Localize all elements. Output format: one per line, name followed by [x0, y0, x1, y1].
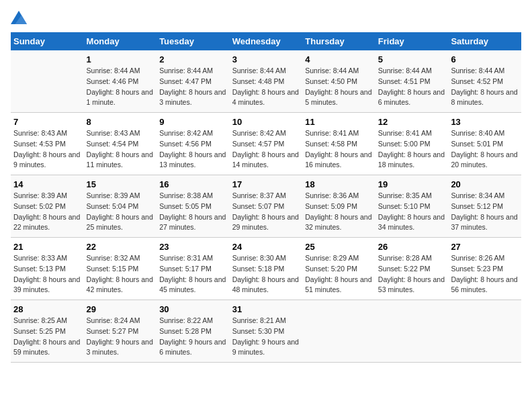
day-cell: 24 Sunrise: 8:30 AMSunset: 5:18 PMDaylig… — [230, 238, 303, 300]
day-cell: 5 Sunrise: 8:44 AMSunset: 4:51 PMDayligh… — [375, 50, 449, 113]
day-cell: 26 Sunrise: 8:28 AMSunset: 5:22 PMDaylig… — [375, 238, 449, 300]
logo-icon — [11, 11, 27, 24]
day-info: Sunrise: 8:40 AMSunset: 5:01 PMDaylight:… — [451, 128, 519, 171]
week-row-5: 28 Sunrise: 8:25 AMSunset: 5:25 PMDaylig… — [11, 300, 521, 363]
day-cell: 25 Sunrise: 8:29 AMSunset: 5:20 PMDaylig… — [302, 238, 375, 300]
day-number: 21 — [13, 242, 81, 252]
day-cell: 11 Sunrise: 8:41 AMSunset: 4:58 PMDaylig… — [302, 113, 375, 175]
day-number: 9 — [159, 117, 227, 127]
day-number: 2 — [159, 54, 227, 64]
day-number: 25 — [305, 242, 373, 252]
day-info: Sunrise: 8:33 AMSunset: 5:13 PMDaylight:… — [13, 253, 81, 295]
day-number: 5 — [378, 54, 446, 64]
weekday-header-row: SundayMondayTuesdayWednesdayThursdayFrid… — [11, 32, 521, 50]
day-info: Sunrise: 8:31 AMSunset: 5:17 PMDaylight:… — [159, 253, 227, 295]
day-number: 22 — [87, 242, 154, 252]
day-cell: 13 Sunrise: 8:40 AMSunset: 5:01 PMDaylig… — [448, 113, 521, 175]
weekday-header-sunday: Sunday — [11, 32, 84, 50]
day-number: 20 — [451, 179, 519, 189]
weekday-header-wednesday: Wednesday — [230, 32, 303, 50]
day-info: Sunrise: 8:34 AMSunset: 5:12 PMDaylight:… — [451, 191, 519, 233]
weekday-header-monday: Monday — [84, 32, 157, 50]
day-number: 29 — [87, 304, 154, 314]
day-cell: 15 Sunrise: 8:39 AMSunset: 5:04 PMDaylig… — [84, 175, 157, 238]
day-cell: 19 Sunrise: 8:35 AMSunset: 5:10 PMDaylig… — [375, 175, 449, 238]
day-info: Sunrise: 8:44 AMSunset: 4:46 PMDaylight:… — [87, 66, 154, 108]
day-info: Sunrise: 8:41 AMSunset: 5:00 PMDaylight:… — [378, 128, 446, 171]
day-cell: 30 Sunrise: 8:22 AMSunset: 5:28 PMDaylig… — [157, 300, 230, 363]
day-number: 15 — [87, 179, 154, 189]
day-number: 17 — [232, 179, 300, 189]
weekday-header-friday: Friday — [375, 32, 449, 50]
day-number: 3 — [232, 54, 300, 64]
weekday-header-tuesday: Tuesday — [157, 32, 230, 50]
day-cell: 12 Sunrise: 8:41 AMSunset: 5:00 PMDaylig… — [375, 113, 449, 175]
day-info: Sunrise: 8:22 AMSunset: 5:28 PMDaylight:… — [159, 316, 227, 358]
day-number: 10 — [232, 117, 300, 127]
day-info: Sunrise: 8:42 AMSunset: 4:57 PMDaylight:… — [232, 128, 300, 171]
day-number: 8 — [87, 117, 154, 127]
day-number: 11 — [305, 117, 373, 127]
day-info: Sunrise: 8:44 AMSunset: 4:47 PMDaylight:… — [159, 66, 227, 108]
day-cell: 18 Sunrise: 8:36 AMSunset: 5:09 PMDaylig… — [302, 175, 375, 238]
day-cell: 31 Sunrise: 8:21 AMSunset: 5:30 PMDaylig… — [230, 300, 303, 363]
day-number: 31 — [232, 304, 300, 314]
day-number: 12 — [378, 117, 446, 127]
day-cell: 14 Sunrise: 8:39 AMSunset: 5:02 PMDaylig… — [11, 175, 84, 238]
day-cell — [11, 50, 84, 113]
day-cell: 28 Sunrise: 8:25 AMSunset: 5:25 PMDaylig… — [11, 300, 84, 363]
day-number: 26 — [378, 242, 446, 252]
day-number: 7 — [13, 117, 81, 127]
day-cell: 20 Sunrise: 8:34 AMSunset: 5:12 PMDaylig… — [448, 175, 521, 238]
day-info: Sunrise: 8:38 AMSunset: 5:05 PMDaylight:… — [159, 191, 227, 233]
week-row-3: 14 Sunrise: 8:39 AMSunset: 5:02 PMDaylig… — [11, 175, 521, 238]
day-cell: 10 Sunrise: 8:42 AMSunset: 4:57 PMDaylig… — [230, 113, 303, 175]
day-info: Sunrise: 8:43 AMSunset: 4:54 PMDaylight:… — [87, 128, 154, 171]
day-info: Sunrise: 8:24 AMSunset: 5:27 PMDaylight:… — [87, 316, 154, 358]
day-info: Sunrise: 8:44 AMSunset: 4:52 PMDaylight:… — [451, 66, 519, 108]
day-cell: 6 Sunrise: 8:44 AMSunset: 4:52 PMDayligh… — [448, 50, 521, 113]
day-number: 16 — [159, 179, 227, 189]
day-info: Sunrise: 8:32 AMSunset: 5:15 PMDaylight:… — [87, 253, 154, 295]
weekday-header-thursday: Thursday — [302, 32, 375, 50]
day-info: Sunrise: 8:26 AMSunset: 5:23 PMDaylight:… — [451, 253, 519, 295]
day-cell: 21 Sunrise: 8:33 AMSunset: 5:13 PMDaylig… — [11, 238, 84, 300]
day-info: Sunrise: 8:44 AMSunset: 4:48 PMDaylight:… — [232, 66, 300, 108]
day-info: Sunrise: 8:41 AMSunset: 4:58 PMDaylight:… — [305, 128, 373, 171]
logo — [11, 11, 30, 24]
day-cell: 17 Sunrise: 8:37 AMSunset: 5:07 PMDaylig… — [230, 175, 303, 238]
day-number: 1 — [87, 54, 154, 64]
day-info: Sunrise: 8:30 AMSunset: 5:18 PMDaylight:… — [232, 253, 300, 295]
calendar-table: SundayMondayTuesdayWednesdayThursdayFrid… — [11, 32, 521, 363]
day-info: Sunrise: 8:39 AMSunset: 5:04 PMDaylight:… — [87, 191, 154, 233]
day-cell — [302, 300, 375, 363]
day-number: 14 — [13, 179, 81, 189]
weekday-header-saturday: Saturday — [448, 32, 521, 50]
day-number: 13 — [451, 117, 519, 127]
day-info: Sunrise: 8:37 AMSunset: 5:07 PMDaylight:… — [232, 191, 300, 233]
week-row-1: 1 Sunrise: 8:44 AMSunset: 4:46 PMDayligh… — [11, 50, 521, 113]
day-cell: 1 Sunrise: 8:44 AMSunset: 4:46 PMDayligh… — [84, 50, 157, 113]
day-info: Sunrise: 8:44 AMSunset: 4:50 PMDaylight:… — [305, 66, 373, 108]
day-info: Sunrise: 8:44 AMSunset: 4:51 PMDaylight:… — [378, 66, 446, 108]
day-cell: 27 Sunrise: 8:26 AMSunset: 5:23 PMDaylig… — [448, 238, 521, 300]
day-info: Sunrise: 8:43 AMSunset: 4:53 PMDaylight:… — [13, 128, 81, 171]
day-cell: 23 Sunrise: 8:31 AMSunset: 5:17 PMDaylig… — [157, 238, 230, 300]
day-info: Sunrise: 8:39 AMSunset: 5:02 PMDaylight:… — [13, 191, 81, 233]
day-cell — [375, 300, 449, 363]
day-cell: 2 Sunrise: 8:44 AMSunset: 4:47 PMDayligh… — [157, 50, 230, 113]
day-info: Sunrise: 8:42 AMSunset: 4:56 PMDaylight:… — [159, 128, 227, 171]
day-number: 6 — [451, 54, 519, 64]
day-cell: 7 Sunrise: 8:43 AMSunset: 4:53 PMDayligh… — [11, 113, 84, 175]
day-info: Sunrise: 8:21 AMSunset: 5:30 PMDaylight:… — [232, 316, 300, 358]
day-number: 28 — [13, 304, 81, 314]
day-info: Sunrise: 8:36 AMSunset: 5:09 PMDaylight:… — [305, 191, 373, 233]
day-cell — [448, 300, 521, 363]
day-cell: 3 Sunrise: 8:44 AMSunset: 4:48 PMDayligh… — [230, 50, 303, 113]
day-cell: 22 Sunrise: 8:32 AMSunset: 5:15 PMDaylig… — [84, 238, 157, 300]
day-info: Sunrise: 8:28 AMSunset: 5:22 PMDaylight:… — [378, 253, 446, 295]
day-cell: 29 Sunrise: 8:24 AMSunset: 5:27 PMDaylig… — [84, 300, 157, 363]
day-number: 24 — [232, 242, 300, 252]
day-cell: 4 Sunrise: 8:44 AMSunset: 4:50 PMDayligh… — [302, 50, 375, 113]
day-info: Sunrise: 8:25 AMSunset: 5:25 PMDaylight:… — [13, 316, 81, 358]
